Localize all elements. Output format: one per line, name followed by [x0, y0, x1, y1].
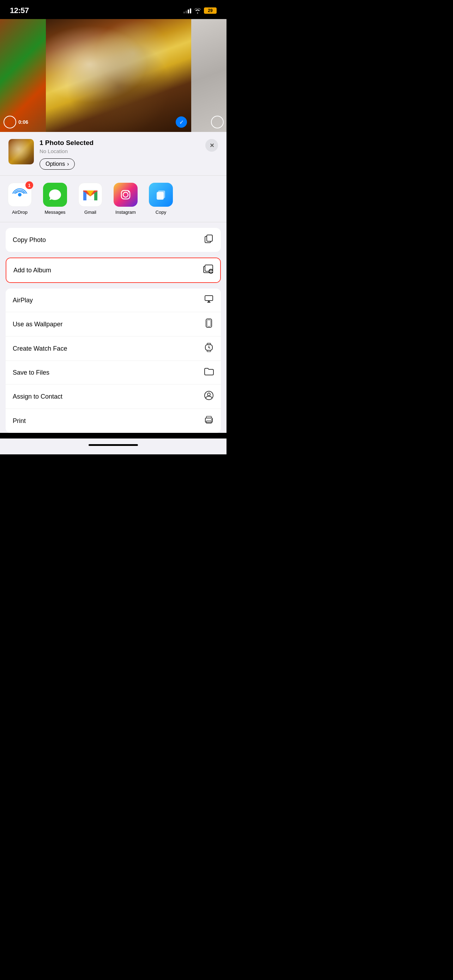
signal-icon: [183, 8, 191, 13]
add-to-album-icon: [203, 264, 213, 276]
airdrop-label: AirDrop: [12, 210, 27, 215]
svg-point-22: [208, 347, 210, 348]
share-header: 1 Photo Selected No Location Options › ✕: [0, 132, 227, 176]
svg-rect-16: [207, 320, 211, 326]
app-share-instagram[interactable]: Instagram: [111, 183, 140, 215]
airdrop-icon-wrapper: 1: [8, 183, 32, 207]
gmail-label: Gmail: [84, 210, 96, 215]
copy-icon-wrapper: [149, 183, 173, 207]
action-section-3: AirPlay Use as Wallpaper Create Watch Fa…: [6, 289, 221, 433]
assign-to-contact-label: Assign to Contact: [13, 393, 62, 400]
messages-label: Messages: [45, 210, 65, 215]
share-title: 1 Photo Selected: [40, 139, 200, 147]
wallpaper-icon: [204, 318, 214, 330]
svg-rect-6: [158, 191, 165, 198]
options-label: Options: [46, 161, 65, 167]
bottom-bar: [0, 439, 227, 454]
airplay-icon: [204, 295, 214, 305]
messages-icon: [43, 183, 67, 207]
photo-col-main: ✓: [46, 19, 191, 132]
close-button[interactable]: ✕: [205, 139, 218, 152]
add-to-album-item[interactable]: Add to Album: [6, 258, 220, 282]
use-as-wallpaper-item[interactable]: Use as Wallpaper: [6, 312, 221, 337]
messages-icon-wrapper: [43, 183, 67, 207]
contact-icon: [204, 391, 214, 402]
action-list: Copy Photo Add to Album: [0, 222, 227, 433]
svg-point-3: [123, 192, 128, 197]
app-share-messages[interactable]: Messages: [41, 183, 69, 215]
options-button[interactable]: Options ›: [40, 158, 75, 170]
gmail-icon: [78, 183, 102, 207]
selection-checkmark: ✓: [176, 116, 187, 128]
app-share-gmail[interactable]: Gmail: [76, 183, 105, 215]
share-thumbnail: [8, 139, 34, 164]
app-share-row: 1 AirDrop Messages: [0, 176, 227, 222]
print-item[interactable]: Print: [6, 409, 221, 433]
files-icon: [204, 367, 214, 378]
photo-preview-area: 0:06 ✓: [0, 19, 227, 132]
circle-btn-left: [3, 116, 16, 129]
svg-rect-19: [207, 350, 211, 352]
gmail-icon-wrapper: [78, 183, 102, 207]
airplay-label: AirPlay: [13, 297, 33, 304]
save-to-files-label: Save to Files: [13, 369, 49, 376]
action-section-1: Copy Photo: [6, 228, 221, 252]
airplay-item[interactable]: AirPlay: [6, 289, 221, 312]
print-label: Print: [13, 417, 26, 425]
status-bar: 12:57 29: [0, 0, 227, 19]
circle-btn-right: [211, 116, 224, 129]
app-share-copy[interactable]: Copy: [147, 183, 175, 215]
save-to-files-item[interactable]: Save to Files: [6, 361, 221, 385]
photo-col-left: 0:06: [0, 19, 46, 132]
copy-photo-item[interactable]: Copy Photo: [6, 228, 221, 252]
svg-point-24: [207, 393, 210, 396]
video-indicator: 0:06: [3, 116, 28, 129]
svg-point-28: [211, 420, 212, 420]
use-as-wallpaper-label: Use as Wallpaper: [13, 321, 62, 328]
home-indicator: [89, 444, 138, 446]
svg-rect-8: [207, 235, 212, 241]
copy-photo-label: Copy Photo: [13, 236, 46, 244]
svg-point-4: [128, 191, 129, 192]
app-share-airdrop[interactable]: 1 AirDrop: [6, 183, 34, 215]
create-watch-face-label: Create Watch Face: [13, 345, 67, 352]
video-time: 0:06: [18, 119, 28, 125]
status-icons: 29: [183, 7, 217, 14]
battery-icon: 29: [204, 7, 217, 14]
options-chevron: ›: [67, 161, 69, 167]
watch-face-icon: [204, 343, 214, 354]
status-time: 12:57: [10, 6, 29, 15]
instagram-icon: [114, 183, 138, 207]
svg-point-0: [18, 193, 22, 196]
create-watch-face-item[interactable]: Create Watch Face: [6, 337, 221, 361]
svg-rect-14: [205, 296, 213, 301]
copy-label: Copy: [156, 210, 166, 215]
action-section-2: Add to Album: [6, 258, 221, 283]
svg-rect-15: [206, 319, 212, 328]
assign-to-contact-item[interactable]: Assign to Contact: [6, 385, 221, 409]
instagram-icon-wrapper: [114, 183, 138, 207]
add-to-album-label: Add to Album: [13, 267, 51, 274]
copy-photo-icon: [204, 234, 214, 245]
instagram-label: Instagram: [115, 210, 136, 215]
wifi-icon: [194, 8, 201, 13]
copy-app-icon: [149, 183, 173, 207]
svg-rect-26: [207, 416, 211, 418]
share-info: 1 Photo Selected No Location Options ›: [40, 139, 200, 170]
share-subtitle: No Location: [40, 148, 200, 154]
print-icon: [204, 415, 214, 426]
airdrop-badge: 1: [25, 181, 33, 189]
photo-col-right: [191, 19, 227, 132]
